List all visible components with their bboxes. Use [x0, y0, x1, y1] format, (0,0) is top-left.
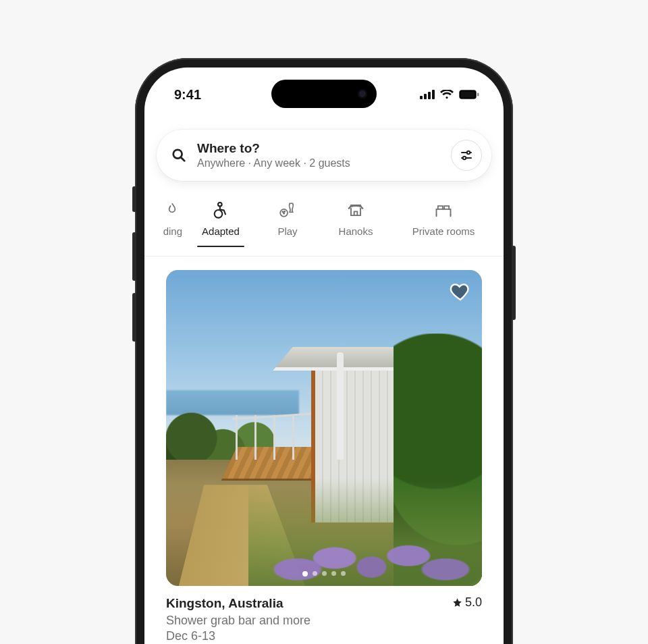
category-tab-hanoks[interactable]: Hanoks	[319, 196, 393, 246]
favorite-button[interactable]	[450, 281, 471, 302]
svg-rect-3	[432, 90, 435, 99]
listing-location: Kingston, Australia	[166, 596, 283, 611]
phone-side-button	[512, 246, 516, 320]
phone-frame: 9:41 Where to? Anywhere · Any week · 2 g…	[135, 58, 513, 644]
category-label: Adapted	[202, 225, 240, 237]
app-canvas: 9:41 Where to? Anywhere · Any week · 2 g…	[0, 0, 648, 644]
category-label: ding	[163, 225, 182, 237]
svg-point-18	[284, 213, 284, 213]
search-bar[interactable]: Where to? Anywhere · Any week · 2 guests	[157, 130, 491, 181]
battery-icon	[459, 90, 479, 99]
photo-pagination	[166, 571, 482, 576]
category-label: Play	[277, 225, 297, 237]
svg-point-10	[467, 151, 470, 154]
svg-point-16	[282, 211, 283, 212]
category-label: Hanoks	[339, 225, 373, 237]
category-tab-trending[interactable]: ding	[144, 196, 185, 246]
svg-rect-6	[477, 93, 479, 97]
phone-side-button	[132, 186, 136, 212]
svg-point-17	[284, 211, 285, 212]
rating-value: 5.0	[465, 595, 482, 610]
star-icon	[452, 597, 462, 608]
listing-info: Kingston, Australia 5.0 Shower grab bar …	[166, 586, 482, 643]
wifi-icon	[440, 90, 454, 99]
category-label: Private rooms	[412, 225, 475, 237]
listing-card[interactable]: Kingston, Australia 5.0 Shower grab bar …	[166, 270, 482, 643]
category-tab-adapted[interactable]: Adapted	[185, 196, 256, 246]
listing-photo[interactable]	[166, 270, 482, 586]
bowling-icon	[277, 200, 298, 220]
svg-rect-0	[420, 96, 423, 99]
phone-side-button	[132, 232, 136, 281]
svg-line-8	[181, 157, 184, 161]
category-tab-play[interactable]: Play	[256, 196, 319, 246]
bed-icon	[433, 200, 454, 220]
listing-feature: Shower grab bar and more	[166, 614, 482, 628]
listing-dates: Dec 6-13	[166, 629, 482, 643]
wheelchair-icon	[211, 200, 231, 220]
pagination-dot	[322, 571, 327, 576]
pagination-dot	[341, 571, 346, 576]
svg-rect-5	[461, 92, 475, 98]
search-subtitle: Anywhere · Any week · 2 guests	[197, 157, 440, 169]
search-title: Where to?	[197, 141, 440, 156]
svg-point-13	[215, 210, 223, 218]
filter-icon	[460, 149, 473, 161]
listing-rating: 5.0	[452, 595, 482, 610]
phone-screen: 9:41 Where to? Anywhere · Any week · 2 g…	[144, 68, 504, 644]
dynamic-island	[271, 80, 377, 108]
search-icon	[171, 148, 186, 163]
flame-icon	[162, 200, 182, 220]
category-tabs[interactable]: ding Adapted Play	[144, 194, 504, 257]
heart-icon	[450, 281, 471, 302]
pagination-dot	[302, 571, 308, 576]
search-text: Where to? Anywhere · Any week · 2 guests	[197, 141, 440, 169]
pagination-dot	[313, 571, 317, 576]
status-time: 9:41	[174, 87, 201, 103]
cellular-icon	[420, 90, 435, 99]
hanok-icon	[346, 200, 366, 220]
category-tab-private-rooms[interactable]: Private rooms	[393, 196, 494, 246]
phone-side-button	[132, 293, 136, 342]
pagination-dot	[331, 571, 336, 576]
svg-rect-2	[428, 92, 431, 99]
svg-rect-1	[424, 94, 427, 99]
filter-button[interactable]	[451, 140, 482, 171]
svg-point-12	[463, 157, 466, 159]
status-icons	[420, 90, 479, 99]
